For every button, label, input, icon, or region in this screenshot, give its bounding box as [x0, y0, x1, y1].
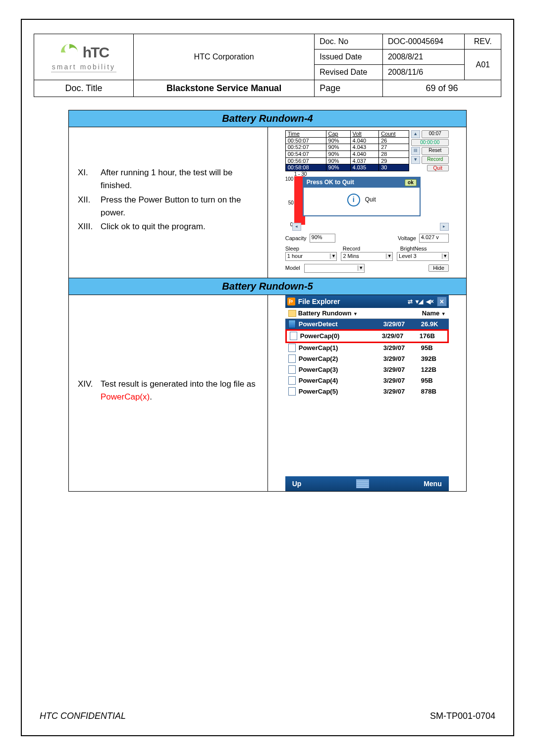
- page: hTC smart mobility HTC Corporation Doc. …: [0, 0, 535, 756]
- issued-label: Issued Date: [315, 50, 383, 65]
- capacity-label: Capacity: [285, 235, 307, 242]
- model-dropdown[interactable]: ▼: [304, 264, 365, 273]
- menu-softkey[interactable]: Menu: [424, 480, 442, 488]
- record-dropdown[interactable]: 2 Mins▼: [341, 252, 393, 261]
- section4-text: XI.After running 1 hour, the test will b…: [69, 127, 268, 278]
- model-label: Model: [285, 265, 300, 271]
- d4-row-selected[interactable]: 00:58:0890%4.03530: [285, 164, 409, 171]
- file-icon: [288, 354, 296, 363]
- device5-screenshot: 🏳 File Explorer ⇄ ▾◢ ◀× × Batte: [285, 295, 449, 492]
- issued-value: 2008/8/21: [382, 50, 465, 65]
- section4-item-13: XIII.Click ok to quit the program.: [78, 220, 263, 233]
- d5-softkey-bar: Up Menu: [285, 476, 449, 491]
- file-explorer-title: File Explorer: [298, 298, 340, 305]
- d4-data-table: Time Cap Volt Count 00:50:0790%4.04026 0…: [285, 130, 409, 171]
- record-button[interactable]: Record: [422, 156, 449, 164]
- quit-dialog-titlebar: Press OK to Quit ok: [304, 178, 420, 188]
- section5-header: Battery Rundown-5: [69, 278, 467, 295]
- quit-dialog: Press OK to Quit ok i Quit: [303, 177, 420, 216]
- file-row[interactable]: PowerCap(0) 3/29/07 176B: [287, 331, 447, 342]
- sleep-label: Sleep: [285, 246, 334, 252]
- powercap-highlight: PowerCap(x): [101, 392, 150, 402]
- content: Battery Rundown-4 XI.After running 1 hou…: [68, 110, 467, 492]
- footer-docid: SM-TP001-0704: [430, 711, 495, 721]
- section5-item-14: XIV. Test result is generated into the l…: [78, 378, 263, 404]
- exe-file-icon: [288, 320, 296, 328]
- brightness-dropdown[interactable]: Level 3▼: [397, 252, 449, 261]
- d4-row: 00:54:0790%4.04028: [285, 151, 409, 157]
- htc-wordmark: hTC: [83, 44, 108, 61]
- sleep-dropdown[interactable]: 1 hour▼: [285, 252, 337, 261]
- docno-label: Doc. No: [315, 34, 383, 50]
- chart-right-icon[interactable]: ▸: [440, 223, 449, 231]
- file-row-selected[interactable]: PowerDetect 3/29/07 26.9K: [285, 319, 449, 330]
- reset-button[interactable]: Reset: [422, 147, 449, 155]
- close-icon[interactable]: ×: [437, 297, 447, 306]
- htc-logo: hTC smart mobility: [36, 42, 131, 72]
- d4-row: 00:50:0790%4.04026: [285, 137, 409, 144]
- page-label: Page: [315, 80, 383, 97]
- capacity-field[interactable]: 90%: [310, 234, 335, 243]
- device4-screenshot: Time Cap Volt Count 00:50:0790%4.04026 0…: [285, 130, 449, 273]
- d5-red-highlight: PowerCap(0) 3/29/07 176B: [285, 329, 449, 343]
- file-icon: [288, 344, 296, 352]
- revised-label: Revised Date: [315, 65, 383, 80]
- scroll-mid-icon[interactable]: ▤: [411, 147, 420, 155]
- d5-titlebar: 🏳 File Explorer ⇄ ▾◢ ◀× ×: [285, 295, 449, 308]
- page-border: hTC smart mobility HTC Corporation Doc. …: [21, 19, 514, 736]
- htc-swirl-icon: [59, 42, 80, 63]
- file-row[interactable]: PowerCap(1)3/29/0795B: [285, 343, 449, 353]
- brightness-label: BrightNess: [400, 246, 449, 252]
- ok-button[interactable]: ok: [405, 179, 417, 186]
- voltage-field[interactable]: 4.027 v: [419, 234, 449, 243]
- chart-left-icon[interactable]: ◂: [292, 223, 301, 231]
- quit-button[interactable]: Quit: [427, 165, 449, 172]
- doctitle-label: Doc. Title: [34, 80, 134, 97]
- scroll-up-icon[interactable]: ▲: [411, 130, 420, 138]
- footer-confidential: HTC CONFIDENTIAL: [40, 711, 126, 721]
- file-icon: [288, 376, 296, 385]
- up-softkey[interactable]: Up: [292, 480, 302, 488]
- scroll-down-icon[interactable]: ▼: [411, 156, 420, 164]
- folder-path-bar[interactable]: Battery Rundown ▼ Name ▼: [285, 308, 449, 319]
- section4-item-12: XII.Press the Power Button to turn on th…: [78, 194, 263, 220]
- d4-row: 00:52:0790%4.04327: [285, 144, 409, 151]
- file-row[interactable]: PowerCap(2)3/29/07392B: [285, 353, 449, 364]
- record-label: Record: [343, 246, 391, 252]
- d4-row: 00:56:0790%4.03729: [285, 157, 409, 164]
- folder-icon: [288, 310, 296, 317]
- section5-text: XIV. Test result is generated into the l…: [69, 295, 268, 492]
- file-row[interactable]: PowerCap(3)3/29/07122B: [285, 364, 449, 375]
- section4-image-cell: Time Cap Volt Count 00:50:0790%4.04026 0…: [268, 127, 467, 278]
- volume-icon[interactable]: ◀×: [426, 298, 434, 305]
- svg-point-0: [68, 50, 72, 53]
- corp-name: HTC Corporation: [133, 34, 314, 80]
- logo-cell: hTC smart mobility: [34, 34, 134, 80]
- doctitle-value: Blackstone Service Manual: [133, 80, 314, 97]
- clock-display: 00:07: [422, 130, 449, 138]
- d4-chart: 1 - 30 100 50 0 Press OK to Quit ok: [285, 172, 449, 231]
- file-icon: [290, 332, 297, 340]
- file-icon: [288, 365, 296, 374]
- page-value: 69 of 96: [382, 80, 501, 97]
- section4-header: Battery Rundown-4: [69, 110, 467, 127]
- footer: HTC CONFIDENTIAL SM-TP001-0704: [40, 711, 495, 721]
- rev-value: A01: [465, 50, 501, 80]
- sections-table: Battery Rundown-4 XI.After running 1 hou…: [68, 110, 467, 492]
- header-table: hTC smart mobility HTC Corporation Doc. …: [34, 34, 501, 97]
- quit-dialog-body: Quit: [365, 197, 376, 203]
- docno-value: DOC-00045694: [382, 34, 465, 50]
- file-row[interactable]: PowerCap(4)3/29/0795B: [285, 375, 449, 386]
- connectivity-icon[interactable]: ⇄: [408, 298, 413, 305]
- elapsed-display: 00:00:00: [411, 139, 449, 146]
- d4-side-panel: ▲ 00:07 00:00:00 ▤ Reset ▼: [411, 130, 449, 171]
- keyboard-icon[interactable]: [356, 479, 369, 488]
- section4-item-11: XI.After running 1 hour, the test will b…: [78, 166, 263, 193]
- signal-icon[interactable]: ▾◢: [416, 298, 423, 305]
- hide-button[interactable]: Hide: [428, 264, 449, 272]
- start-flag-icon[interactable]: 🏳: [287, 298, 295, 305]
- logo-subtitle: smart mobility: [51, 63, 116, 72]
- section5-image-cell: 🏳 File Explorer ⇄ ▾◢ ◀× × Batte: [268, 295, 467, 492]
- file-row[interactable]: PowerCap(5)3/29/07878B: [285, 386, 449, 397]
- quit-dialog-title: Press OK to Quit: [307, 179, 354, 186]
